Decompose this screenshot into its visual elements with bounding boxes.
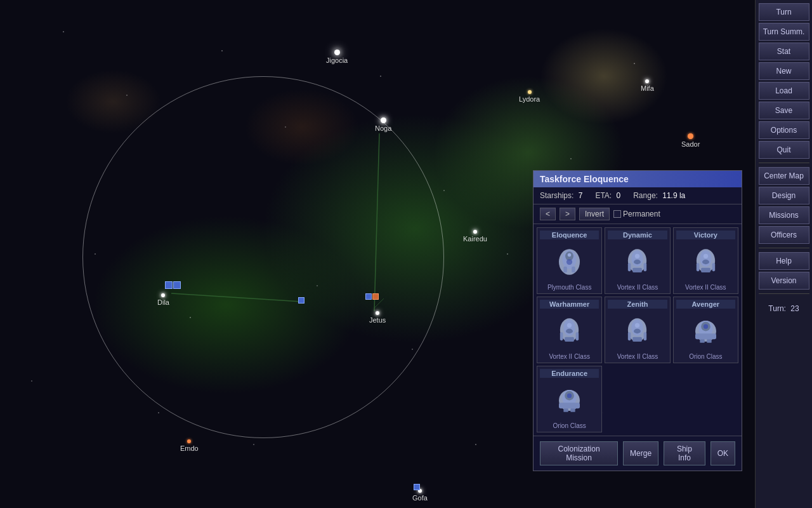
svg-point-42 bbox=[704, 324, 708, 329]
svg-point-23 bbox=[702, 260, 709, 264]
permanent-label: Permanent bbox=[623, 210, 660, 218]
ship-icon-endurance bbox=[547, 380, 592, 421]
svg-point-36 bbox=[635, 323, 639, 328]
svg-point-9 bbox=[568, 253, 572, 257]
ship-icon-zenith bbox=[615, 311, 660, 352]
svg-point-16 bbox=[634, 260, 641, 264]
permanent-checkbox-container: Permanent bbox=[613, 210, 660, 218]
svg-point-8 bbox=[566, 259, 572, 265]
new-button[interactable]: New bbox=[759, 62, 809, 80]
missions-button[interactable]: Missions bbox=[759, 206, 809, 224]
sidebar: Turn Turn Summ. Stat New Load Save Optio… bbox=[755, 0, 812, 508]
ship-icon-avenger bbox=[683, 311, 728, 352]
svg-point-49 bbox=[567, 394, 572, 398]
help-button[interactable]: Help bbox=[759, 252, 809, 270]
svg-point-30 bbox=[566, 329, 573, 333]
svg-rect-40 bbox=[695, 333, 716, 339]
ship-eloquence[interactable]: Eloquence Plymouth Class bbox=[537, 227, 602, 294]
ok-button[interactable]: OK bbox=[710, 441, 735, 465]
prev-button[interactable]: < bbox=[540, 208, 556, 220]
svg-rect-27 bbox=[576, 332, 579, 340]
ship-avenger[interactable]: Avenger Orion Class bbox=[673, 297, 738, 363]
sidebar-divider-3 bbox=[759, 293, 809, 294]
next-button[interactable]: > bbox=[560, 208, 575, 220]
center-map-button[interactable]: Center Map bbox=[759, 167, 809, 185]
svg-rect-43 bbox=[700, 339, 704, 343]
svg-rect-33 bbox=[628, 332, 631, 340]
ship-icon-victory bbox=[683, 241, 728, 283]
svg-point-37 bbox=[634, 329, 641, 333]
svg-rect-44 bbox=[707, 339, 711, 343]
svg-rect-20 bbox=[712, 263, 715, 271]
fleet-marker-jetus1[interactable] bbox=[365, 293, 379, 300]
svg-point-29 bbox=[567, 323, 572, 328]
taskforce-panel: Taskforce Eloquence Starships: 7 ETA: 0 … bbox=[533, 170, 742, 471]
ship-icon-eloquence bbox=[547, 241, 592, 283]
svg-rect-19 bbox=[697, 263, 700, 271]
ship-info-button[interactable]: Ship Info bbox=[664, 441, 705, 465]
ship-icon-warhammer bbox=[547, 311, 592, 352]
svg-rect-47 bbox=[559, 403, 580, 408]
ship-warhammer[interactable]: Warhammer Vortex II Class bbox=[537, 297, 602, 363]
ship-endurance[interactable]: Endurance Orion Class bbox=[537, 366, 602, 432]
svg-rect-6 bbox=[563, 267, 567, 272]
ship-dynamic[interactable]: Dynamic Vortex II Class bbox=[605, 227, 670, 294]
svg-point-22 bbox=[704, 254, 708, 258]
svg-rect-50 bbox=[563, 408, 568, 412]
ship-zenith[interactable]: Zenith Vortex II Class bbox=[605, 297, 670, 363]
eta-value: 0 bbox=[617, 191, 621, 200]
starships-count: 7 bbox=[579, 191, 583, 200]
permanent-checkbox[interactable] bbox=[613, 210, 621, 218]
svg-rect-14 bbox=[633, 268, 643, 272]
svg-rect-51 bbox=[570, 408, 575, 412]
fleet-marker-gofa[interactable] bbox=[414, 484, 420, 491]
svg-rect-13 bbox=[644, 263, 647, 271]
taskforce-controls: < > Invert Permanent bbox=[534, 204, 742, 224]
turn-summ-button[interactable]: Turn Summ. bbox=[759, 23, 809, 41]
quit-button[interactable]: Quit bbox=[759, 141, 809, 159]
range-label: Range: 11.9 la bbox=[633, 191, 685, 200]
design-button[interactable]: Design bbox=[759, 187, 809, 204]
colonization-mission-button[interactable]: Colonization Mission bbox=[540, 441, 618, 465]
ship-icon-dynamic bbox=[615, 241, 660, 283]
svg-rect-7 bbox=[572, 267, 575, 272]
ships-grid: Eloquence Plymouth Class Dynamic bbox=[534, 224, 742, 436]
eta-label: ETA: 0 bbox=[595, 191, 620, 200]
starships-label: Starships: 7 bbox=[540, 191, 582, 200]
save-button[interactable]: Save bbox=[759, 102, 809, 119]
turn-number: 23 bbox=[790, 304, 799, 313]
taskforce-bottom-buttons: Colonization Mission Merge Ship Info OK bbox=[534, 436, 742, 471]
fleet-marker-mid[interactable] bbox=[298, 297, 304, 304]
stat-button[interactable]: Stat bbox=[759, 43, 809, 60]
options-button[interactable]: Options bbox=[759, 121, 809, 139]
turn-button[interactable]: Turn bbox=[759, 3, 809, 21]
range-value: 11.9 la bbox=[662, 191, 685, 200]
invert-button[interactable]: Invert bbox=[579, 208, 610, 220]
load-button[interactable]: Load bbox=[759, 82, 809, 100]
version-button[interactable]: Version bbox=[759, 272, 809, 290]
turn-info: Turn: 23 bbox=[768, 304, 799, 313]
svg-rect-26 bbox=[560, 332, 563, 340]
taskforce-info: Starships: 7 ETA: 0 Range: 11.9 la bbox=[534, 187, 742, 204]
fleet-marker-dila[interactable] bbox=[165, 281, 181, 290]
sidebar-divider-1 bbox=[759, 163, 809, 163]
ship-victory[interactable]: Victory Vortex II Class bbox=[673, 227, 738, 294]
svg-rect-21 bbox=[701, 268, 710, 272]
svg-rect-35 bbox=[633, 337, 643, 342]
svg-rect-12 bbox=[628, 263, 631, 271]
officers-button[interactable]: Officers bbox=[759, 226, 809, 244]
taskforce-title: Taskforce Eloquence bbox=[534, 171, 742, 187]
svg-rect-34 bbox=[644, 332, 647, 340]
svg-point-15 bbox=[635, 254, 639, 258]
merge-button[interactable]: Merge bbox=[623, 441, 658, 465]
sidebar-divider-2 bbox=[759, 248, 809, 248]
svg-rect-28 bbox=[565, 337, 574, 342]
